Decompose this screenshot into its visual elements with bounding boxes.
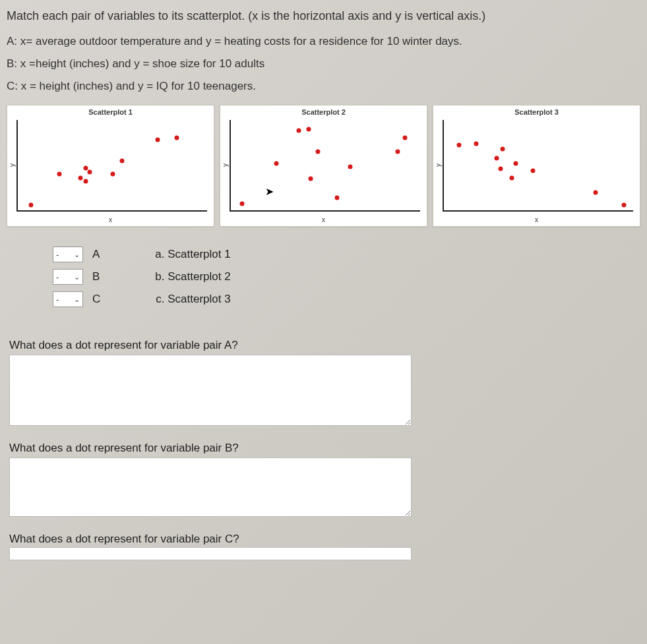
data-point (316, 149, 321, 154)
chevron-down-icon: ⌄ (74, 250, 80, 259)
data-point (57, 172, 62, 177)
select-b[interactable]: -⌄ (53, 269, 83, 285)
scatterplot-3: Scatterplot 3 y x (433, 105, 640, 227)
data-point (510, 175, 514, 180)
option-b-text: B: x =height (inches) and y = shoe size … (7, 57, 640, 71)
data-point (29, 202, 34, 207)
match-letter-a: A (92, 248, 100, 261)
instruction-text: Match each pair of variables to its scat… (7, 9, 640, 23)
data-point (474, 141, 478, 146)
data-point (119, 158, 124, 163)
data-point (530, 168, 535, 173)
scatterplot-1-title: Scatterplot 1 (7, 108, 214, 116)
data-point (334, 195, 339, 200)
scatterplot-2-xlabel: x (220, 216, 427, 223)
scatterplot-2-title: Scatterplot 2 (220, 108, 427, 116)
cursor-icon: ➤ (265, 185, 274, 198)
data-point (500, 146, 505, 151)
data-point (395, 149, 400, 154)
answer-a: a. Scatterplot 1 (155, 248, 230, 261)
answer-b-textarea[interactable] (9, 457, 412, 517)
data-point (495, 156, 499, 160)
data-point (593, 190, 598, 194)
scatterplot-3-title: Scatterplot 3 (433, 108, 640, 116)
answer-c-textarea[interactable] (9, 547, 412, 560)
data-point (306, 127, 311, 131)
match-letter-b: B (92, 270, 100, 283)
scatterplot-1-ylabel: y (9, 163, 16, 167)
data-point (156, 138, 160, 142)
answer-a-textarea[interactable] (9, 355, 412, 426)
data-point (297, 129, 301, 133)
scatterplot-3-ylabel: y (435, 163, 442, 167)
data-point (110, 172, 115, 177)
chevron-down-icon: ⌄ (74, 273, 80, 281)
plots-row: Scatterplot 1 y x Scatterplot 2 y ➤ x Sc… (7, 105, 640, 227)
scatterplot-2-axes: ➤ (230, 120, 420, 212)
scatterplot-2: Scatterplot 2 y ➤ x (220, 105, 427, 227)
scatterplot-1: Scatterplot 1 y x (7, 105, 214, 227)
scatterplot-1-axes (16, 120, 207, 212)
data-point (308, 177, 313, 181)
chevron-down-icon: ⌄ (74, 295, 80, 304)
data-point (274, 161, 278, 165)
scatterplot-3-axes (443, 120, 633, 212)
data-point (456, 143, 461, 148)
option-c-text: C: x = height (inches) and y = IQ for 10… (7, 80, 640, 93)
data-point (78, 175, 82, 180)
data-point (621, 202, 626, 207)
question-a-label: What does a dot represent for variable p… (9, 339, 640, 352)
scatterplot-2-ylabel: y (222, 163, 229, 167)
scatterplot-1-xlabel: x (7, 216, 214, 223)
data-point (348, 165, 352, 169)
data-point (403, 136, 408, 140)
data-point (499, 166, 503, 171)
data-point (84, 165, 88, 170)
select-a[interactable]: -⌄ (53, 247, 83, 262)
data-point (514, 161, 518, 165)
data-point (84, 179, 88, 184)
match-letter-c: C (92, 293, 100, 306)
question-b-label: What does a dot represent for variable p… (9, 442, 640, 455)
answer-c: c. Scatterplot 3 (156, 293, 230, 306)
option-a-text: A: x= average outdoor temperature and y … (7, 35, 640, 48)
data-point (175, 136, 179, 140)
data-point (88, 170, 92, 175)
answer-b: b. Scatterplot 2 (155, 270, 230, 283)
select-c[interactable]: -⌄ (53, 291, 83, 307)
match-grid: -⌄ A a. Scatterplot 1 -⌄ B b. Scatterplo… (53, 247, 640, 307)
data-point (240, 202, 245, 206)
scatterplot-3-xlabel: x (433, 216, 640, 223)
question-c-label: What does a dot represent for variable p… (9, 533, 640, 546)
